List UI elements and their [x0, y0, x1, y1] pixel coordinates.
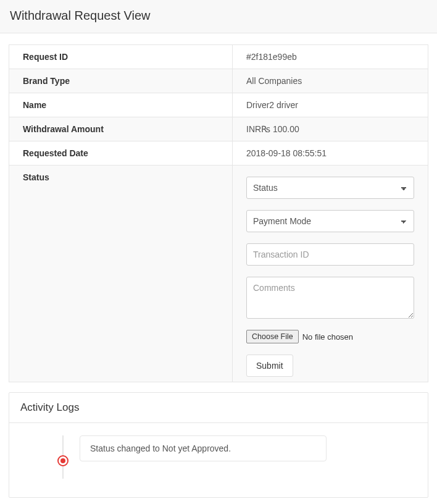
- label-request-id: Request ID: [9, 45, 233, 69]
- transaction-id-input[interactable]: [246, 243, 414, 266]
- activity-item: Status changed to Not yet Approved.: [80, 435, 327, 461]
- value-amount: INR₨ 100.00: [233, 117, 428, 141]
- label-name: Name: [9, 93, 233, 117]
- row-amount: Withdrawal Amount INR₨ 100.00: [9, 117, 428, 141]
- value-name: Driver2 driver: [233, 93, 428, 117]
- label-requested-date: Requested Date: [9, 141, 233, 166]
- activity-title: Activity Logs: [9, 393, 428, 423]
- payment-mode-select[interactable]: Payment Mode: [246, 210, 414, 232]
- row-status: Status Status Payment Mode Choose File N…: [9, 166, 428, 382]
- value-request-id: #2f181e99eb: [233, 45, 428, 69]
- file-input-row: Choose File No file chosen: [246, 330, 414, 343]
- label-brand-type: Brand Type: [9, 69, 233, 93]
- row-requested-date: Requested Date 2018-09-18 08:55:51: [9, 141, 428, 166]
- value-brand-type: All Companies: [233, 69, 428, 93]
- activity-panel: Activity Logs Status changed to Not yet …: [9, 392, 428, 498]
- choose-file-button[interactable]: Choose File: [246, 330, 299, 343]
- content: Request ID #2f181e99eb Brand Type All Co…: [0, 33, 437, 504]
- timeline: Status changed to Not yet Approved.: [20, 435, 417, 479]
- row-request-id: Request ID #2f181e99eb: [9, 45, 428, 69]
- comments-textarea[interactable]: [246, 277, 414, 319]
- label-amount: Withdrawal Amount: [9, 117, 233, 141]
- activity-body: Status changed to Not yet Approved.: [9, 423, 428, 497]
- page-header: Withdrawal Request View: [0, 0, 437, 33]
- file-chosen-label: No file chosen: [302, 332, 353, 342]
- row-name: Name Driver2 driver: [9, 93, 428, 117]
- timeline-dot-icon: [57, 455, 69, 466]
- value-requested-date: 2018-09-18 08:55:51: [233, 141, 428, 166]
- details-table: Request ID #2f181e99eb Brand Type All Co…: [9, 44, 428, 382]
- label-status: Status: [9, 166, 233, 382]
- status-form-cell: Status Payment Mode Choose File No file …: [233, 166, 428, 382]
- status-form: Status Payment Mode Choose File No file …: [246, 177, 414, 379]
- submit-button[interactable]: Submit: [246, 355, 293, 377]
- page-title: Withdrawal Request View: [10, 9, 427, 23]
- row-brand-type: Brand Type All Companies: [9, 69, 428, 93]
- status-select[interactable]: Status: [246, 177, 414, 199]
